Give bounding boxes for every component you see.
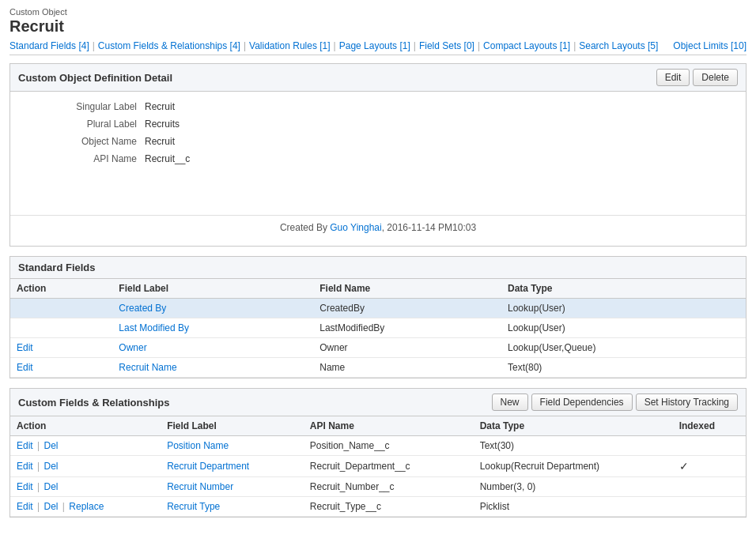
del-field-link[interactable]: Del	[43, 440, 58, 451]
nav-object-limits[interactable]: Object Limits [10]	[673, 40, 747, 51]
custom-fields-title: Custom Fields & Relationships	[18, 397, 169, 409]
created-by-label: Created By	[280, 222, 327, 233]
field-action: Edit	[10, 338, 112, 358]
table-row: Edit | Del | ReplaceRecruit TypeRecruit_…	[10, 497, 746, 517]
field-label-link[interactable]: Recruit Number	[167, 481, 233, 492]
detail-body: Singular Label Recruit Plural Label Recr…	[10, 92, 746, 246]
replace-field-link[interactable]: Replace	[69, 501, 104, 512]
field-name-cell: CreatedBy	[313, 299, 501, 318]
standard-fields-section: Standard Fields Action Field Label Field…	[9, 256, 747, 378]
detail-row-singular: Singular Label Recruit	[10, 98, 746, 115]
field-label-link[interactable]: Created By	[119, 303, 166, 314]
plural-label-label: Plural Label	[18, 119, 145, 130]
field-type-cell: Lookup(User)	[501, 299, 746, 318]
field-type-cell: Lookup(Recruit Department)	[474, 456, 673, 477]
del-field-link[interactable]: Del	[43, 461, 58, 472]
api-name-label: API Name	[18, 153, 145, 164]
nav-right: Object Limits [10]	[673, 40, 747, 51]
created-by-row: Created By Guo Yinghai , 2016-11-14 PM10…	[10, 215, 746, 239]
field-type-cell: Text(30)	[474, 436, 673, 456]
field-label-link[interactable]: Last Modified By	[119, 322, 189, 333]
edit-field-link[interactable]: Edit	[17, 481, 33, 492]
table-row: EditOwnerOwnerLookup(User,Queue)	[10, 338, 746, 358]
singular-label-value: Recruit	[145, 101, 738, 112]
standard-fields-header: Standard Fields	[10, 257, 746, 279]
detail-row-api-name: API Name Recruit__c	[10, 150, 746, 168]
field-type-cell: Lookup(User)	[501, 318, 746, 338]
nav-page-layouts[interactable]: Page Layouts [1]	[339, 40, 410, 51]
table-row: Last Modified ByLastModifiedByLookup(Use…	[10, 318, 746, 338]
object-name-label: Object Name	[18, 136, 145, 147]
edit-field-link[interactable]: Edit	[17, 440, 33, 451]
field-indexed-cell	[673, 477, 746, 497]
nav-bar: Standard Fields [4] | Custom Fields & Re…	[9, 40, 747, 55]
col-field-name: Field Name	[313, 279, 501, 299]
api-name-value: Recruit__c	[145, 153, 738, 164]
field-action: Edit | Del | Replace	[10, 497, 161, 517]
edit-field-link[interactable]: Edit	[17, 342, 33, 353]
field-action: Edit	[10, 358, 112, 378]
field-api-name-cell: Recruit_Number__c	[304, 477, 474, 497]
field-label-cell: Owner	[112, 338, 313, 358]
edit-field-link[interactable]: Edit	[17, 461, 33, 472]
field-label-link[interactable]: Recruit Name	[119, 362, 176, 373]
table-row: EditRecruit NameNameText(80)	[10, 358, 746, 378]
field-label-cell: Last Modified By	[112, 318, 313, 338]
col-indexed: Indexed	[673, 416, 746, 436]
new-button[interactable]: New	[492, 393, 528, 411]
del-field-link[interactable]: Del	[43, 501, 58, 512]
nav-field-sets[interactable]: Field Sets [0]	[419, 40, 474, 51]
del-field-link[interactable]: Del	[43, 481, 58, 492]
field-label-cell: Position Name	[161, 436, 304, 456]
table-row: Edit | DelRecruit DepartmentRecruit_Depa…	[10, 456, 746, 477]
nav-custom-fields[interactable]: Custom Fields & Relationships [4]	[98, 40, 240, 51]
field-action: Edit | Del	[10, 456, 161, 477]
field-type-cell: Number(3, 0)	[474, 477, 673, 497]
table-row: Edit | DelRecruit NumberRecruit_Number__…	[10, 477, 746, 497]
custom-fields-table: Action Field Label API Name Data Type In…	[10, 416, 746, 517]
nav-validation-rules[interactable]: Validation Rules [1]	[249, 40, 331, 51]
edit-field-link[interactable]: Edit	[17, 501, 33, 512]
field-action: Edit | Del	[10, 436, 161, 456]
set-history-tracking-button[interactable]: Set History Tracking	[636, 393, 738, 411]
singular-label-label: Singular Label	[18, 101, 145, 112]
field-dependencies-button[interactable]: Field Dependencies	[531, 393, 633, 411]
col-api-name: API Name	[304, 416, 474, 436]
field-label-link[interactable]: Owner	[119, 342, 146, 353]
object-name-value: Recruit	[145, 136, 738, 147]
field-indexed-cell: ✓	[673, 456, 746, 477]
col-field-label: Field Label	[112, 279, 313, 299]
created-by-user-link[interactable]: Guo Yinghai	[330, 222, 381, 233]
field-api-name-cell: Recruit_Type__c	[304, 497, 474, 517]
field-label-cell: Recruit Name	[112, 358, 313, 378]
field-label-cell: Created By	[112, 299, 313, 318]
custom-fields-section: Custom Fields & Relationships New Field …	[9, 388, 747, 518]
custom-fields-header: Custom Fields & Relationships New Field …	[10, 389, 746, 416]
custom-fields-actions: New Field Dependencies Set History Track…	[492, 393, 738, 411]
nav-search-layouts[interactable]: Search Layouts [5]	[579, 40, 658, 51]
table-row: Edit | DelPosition NamePosition_Name__cT…	[10, 436, 746, 456]
empty-spacer	[10, 168, 746, 215]
field-label-cell: Recruit Type	[161, 497, 304, 517]
edit-button[interactable]: Edit	[656, 69, 690, 86]
field-api-name-cell: Position_Name__c	[304, 436, 474, 456]
detail-row-object-name: Object Name Recruit	[10, 133, 746, 150]
field-action: Edit | Del	[10, 477, 161, 497]
col-action: Action	[10, 279, 112, 299]
field-label-link[interactable]: Recruit Type	[167, 501, 220, 512]
standard-fields-table: Action Field Label Field Name Data Type …	[10, 279, 746, 378]
detail-row-plural: Plural Label Recruits	[10, 115, 746, 133]
field-label-link[interactable]: Position Name	[167, 440, 229, 451]
field-label-link[interactable]: Recruit Department	[167, 461, 249, 472]
edit-field-link[interactable]: Edit	[17, 362, 33, 373]
custom-fields-header-row: Action Field Label API Name Data Type In…	[10, 416, 746, 436]
delete-button[interactable]: Delete	[693, 69, 738, 86]
nav-compact-layouts[interactable]: Compact Layouts [1]	[483, 40, 570, 51]
field-name-cell: Name	[313, 358, 501, 378]
field-type-cell: Lookup(User,Queue)	[501, 338, 746, 358]
field-indexed-cell	[673, 497, 746, 517]
field-name-cell: Owner	[313, 338, 501, 358]
nav-standard-fields[interactable]: Standard Fields [4]	[9, 40, 89, 51]
standard-fields-title: Standard Fields	[18, 262, 96, 273]
detail-section-title: Custom Object Definition Detail	[18, 72, 172, 84]
